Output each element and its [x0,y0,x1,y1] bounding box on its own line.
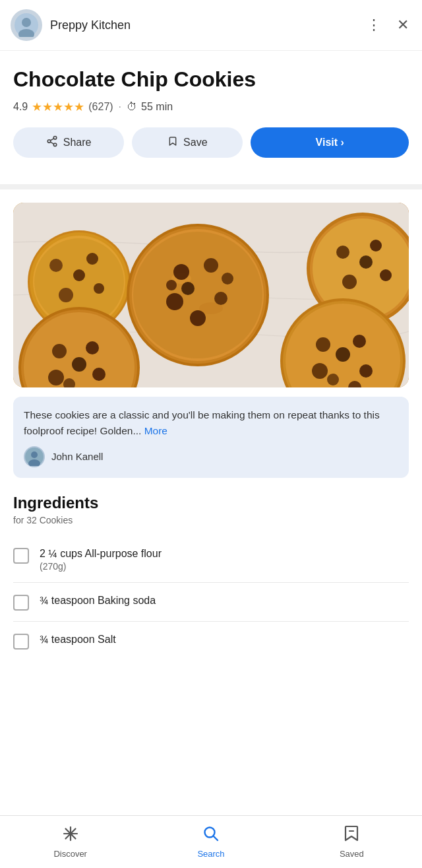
svg-point-47 [72,357,86,372]
svg-line-6 [50,143,53,145]
ingredient-checkbox-0[interactable] [13,548,29,564]
svg-point-31 [166,280,177,290]
dot-separator: · [119,101,121,113]
header-icons: ⋮ ✕ [364,15,411,35]
author-name: John Kanell [51,451,103,462]
svg-point-35 [336,246,349,259]
svg-point-17 [73,269,85,281]
ingredients-serving: for 32 Cookies [13,515,409,525]
svg-point-30 [222,273,233,284]
svg-point-45 [48,370,64,385]
share-label: Share [63,137,92,149]
ingredient-item: ¾ teaspoon Salt [13,622,409,660]
saved-bookmark-icon [344,825,359,846]
svg-point-14 [86,253,98,265]
description-text: These cookies are a classic and you'll b… [24,407,398,438]
recipe-info: Chocolate Chip Cookies 4.9 ★★★★★ (627) ·… [0,51,422,184]
svg-point-27 [214,292,227,305]
site-name: Preppy Kitchen [50,18,356,32]
discover-label: Discover [53,849,87,859]
ingredient-checkbox-2[interactable] [13,634,29,650]
bottom-nav: Discover Search Saved [0,815,422,868]
svg-line-67 [213,836,218,841]
share-button[interactable]: Share [13,127,124,158]
visit-button[interactable]: Visit › [251,127,409,158]
save-label: Save [183,137,207,149]
svg-point-55 [359,364,373,378]
svg-point-44 [86,341,99,354]
svg-point-56 [336,347,350,362]
svg-point-54 [312,363,328,379]
nav-saved[interactable]: Saved [282,820,422,864]
svg-point-53 [353,335,366,348]
svg-point-38 [380,269,392,281]
svg-point-13 [49,259,63,272]
rating-row: 4.9 ★★★★★ (627) · ⏱ 55 min [13,100,409,114]
nav-discover[interactable]: Discover [0,820,140,864]
ingredient-name-0: 2 ¼ cups All-purpose flour [40,547,162,561]
svg-point-43 [52,344,67,358]
svg-point-25 [204,258,218,273]
description-box: These cookies are a classic and you'll b… [13,397,409,478]
svg-point-29 [181,282,195,295]
more-link[interactable]: More [144,425,167,436]
ingredients-title: Ingredients [13,494,409,512]
ingredient-name-1: ¾ teaspoon Baking soda [40,593,156,608]
more-button[interactable]: ⋮ [364,15,384,35]
search-icon [202,825,220,846]
author-avatar [24,446,45,467]
ingredient-checkbox-1[interactable] [13,595,29,611]
bookmark-icon [167,135,178,150]
svg-point-15 [59,288,73,302]
nav-search[interactable]: Search [140,820,281,864]
svg-point-24 [173,264,189,280]
avatar [11,9,42,41]
svg-point-39 [359,255,373,269]
rating-value: 4.9 [13,101,28,113]
ingredient-item: 2 ¼ cups All-purpose flour (270g) [13,536,409,583]
recipe-title: Chocolate Chip Cookies [13,67,409,92]
ingredients-list: 2 ¼ cups All-purpose flour (270g) ¾ teas… [13,536,409,660]
svg-point-16 [94,283,104,294]
ingredient-sub-0: (270g) [40,561,162,572]
review-count: (627) [88,101,113,113]
action-buttons: Share Save Visit › [13,127,409,158]
ingredient-name-2: ¾ teaspoon Salt [40,632,116,647]
svg-point-21 [133,232,262,358]
search-label: Search [197,849,224,859]
asterisk-icon [62,825,79,846]
cook-time: 55 min [141,101,173,113]
close-button[interactable]: ✕ [394,15,411,35]
clock-icon: ⏱ [127,101,137,113]
svg-point-37 [342,275,357,289]
svg-point-57 [327,374,339,385]
section-divider [0,184,422,189]
svg-point-52 [316,337,330,352]
svg-point-60 [31,451,38,458]
svg-point-1 [22,18,31,27]
visit-label: Visit › [316,137,344,149]
svg-point-28 [190,310,206,326]
header: Preppy Kitchen ⋮ ✕ [0,0,422,51]
ingredients-section: Ingredients for 32 Cookies 2 ¼ cups All-… [0,478,422,660]
ingredient-item: ¾ teaspoon Baking soda [13,583,409,622]
svg-point-26 [166,293,183,310]
stars: ★★★★★ [32,100,84,114]
share-icon [46,135,58,150]
author-row: John Kanell [24,446,398,467]
svg-point-46 [92,368,106,381]
recipe-image-container [0,189,422,387]
svg-line-7 [50,139,53,141]
svg-point-36 [370,240,382,251]
save-button[interactable]: Save [132,127,243,158]
saved-label: Saved [340,849,364,859]
recipe-image [13,203,409,387]
